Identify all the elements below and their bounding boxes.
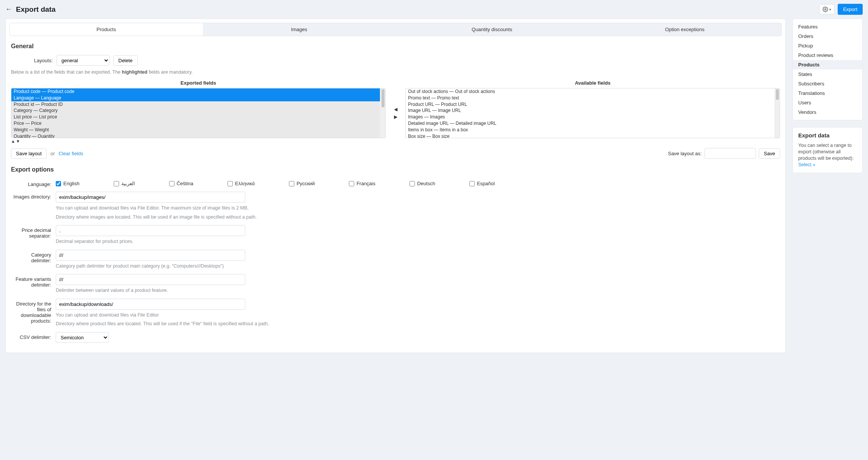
sidebar-item-subscribers[interactable]: Subscribers: [793, 79, 862, 88]
list-item[interactable]: Box size — Box size: [406, 133, 774, 138]
feat-delim-input[interactable]: [56, 274, 245, 285]
layouts-select[interactable]: general: [57, 55, 110, 66]
list-item[interactable]: Product code — Product code: [11, 88, 380, 95]
cat-delim-input[interactable]: [56, 250, 245, 261]
sidebar-item-products[interactable]: Products: [793, 60, 862, 69]
dl-dir-label: Directory for the files of downloadable …: [11, 299, 56, 324]
list-item[interactable]: Language — Language: [11, 95, 380, 101]
language-name: English: [63, 181, 80, 186]
list-item[interactable]: Category — Category: [11, 107, 380, 114]
layout-actions-row: Save layout or Clear fields Save layout …: [6, 144, 785, 165]
language-checkbox[interactable]: [228, 181, 233, 186]
export-button[interactable]: Export: [838, 4, 863, 15]
language-label: Language:: [11, 179, 56, 187]
sidebar-item-translations[interactable]: Translations: [793, 88, 862, 98]
scrollbar[interactable]: [380, 88, 385, 138]
available-fields-list[interactable]: Out of stock actions — Out of stock acti…: [405, 88, 780, 138]
images-dir-help2: Directory where images are located. This…: [56, 214, 780, 221]
sidebar-item-pickup[interactable]: Pickup: [793, 41, 862, 50]
images-dir-input[interactable]: [56, 192, 245, 203]
list-item[interactable]: Quantity — Quantity: [11, 133, 380, 138]
list-item[interactable]: Promo text — Promo text: [406, 95, 774, 101]
list-item[interactable]: Weight — Weight: [11, 127, 380, 133]
language-option[interactable]: Русский: [289, 181, 315, 186]
language-checkbox[interactable]: [56, 181, 61, 186]
layouts-row: Layouts: general Delete: [6, 54, 785, 69]
dl-dir-input[interactable]: [56, 299, 245, 310]
language-checkbox[interactable]: [169, 181, 174, 186]
language-option[interactable]: English: [56, 181, 80, 186]
price-sep-input[interactable]: [56, 225, 245, 236]
price-sep-row: Price decimal separator: Decimal separat…: [11, 223, 780, 247]
list-item[interactable]: Image URL — Image URL: [406, 107, 774, 114]
tab-option-exceptions[interactable]: Option exceptions: [589, 23, 782, 36]
list-item[interactable]: Product id — Product ID: [11, 101, 380, 108]
settings-dropdown[interactable]: ▾: [819, 4, 835, 14]
sidebar-item-product-reviews[interactable]: Product reviews: [793, 50, 862, 60]
tab-quantity-discounts[interactable]: Quantity discounts: [396, 23, 589, 36]
list-item[interactable]: Images — Images: [406, 114, 774, 120]
language-name: Ελληνικά: [235, 181, 255, 186]
language-row: Language: EnglishالعربيةČeštinaΕλληνικάР…: [11, 177, 780, 189]
layout-left: Save layout or Clear fields: [11, 148, 83, 159]
move-down-icon[interactable]: ▼: [16, 139, 20, 143]
move-right-icon[interactable]: ▶: [394, 114, 397, 120]
language-checkbox[interactable]: [349, 181, 354, 186]
save-layout-button[interactable]: Save layout: [11, 148, 47, 159]
export-options: Language: EnglishالعربيةČeštinaΕλληνικάР…: [6, 177, 785, 353]
sidebar-item-vendors[interactable]: Vendors: [793, 107, 862, 117]
side-nav: FeaturesOrdersPickupProduct reviewsProdu…: [793, 19, 863, 120]
cat-delim-help: Category path delimiter for product main…: [56, 263, 780, 270]
list-item[interactable]: Price — Price: [11, 120, 380, 127]
language-checkbox[interactable]: [410, 181, 415, 186]
language-checkbox[interactable]: [114, 181, 119, 186]
sidebar-item-users[interactable]: Users: [793, 98, 862, 107]
images-dir-help1: You can upload and download files via Fi…: [56, 205, 780, 212]
list-item[interactable]: Product URL — Product URL: [406, 101, 774, 108]
back-arrow-icon[interactable]: ←: [5, 5, 12, 13]
save-as-button[interactable]: Save: [759, 148, 780, 159]
language-option[interactable]: Deutsch: [410, 181, 435, 186]
side-box-title: Export data: [798, 132, 857, 139]
list-item[interactable]: Out of stock actions — Out of stock acti…: [406, 88, 774, 95]
list-item[interactable]: Detailed image URL — Detailed image URL: [406, 120, 774, 127]
scrollbar[interactable]: [775, 88, 780, 138]
move-up-icon[interactable]: ▲: [11, 139, 15, 143]
caret-down-icon: ▾: [829, 8, 831, 11]
language-option[interactable]: Français: [349, 181, 375, 186]
language-option[interactable]: Español: [469, 181, 495, 186]
move-buttons: ◀ ▶: [386, 88, 405, 138]
exported-fields-list[interactable]: Product code — Product codeLanguage — La…: [11, 88, 386, 138]
language-checkbox[interactable]: [469, 181, 475, 186]
csv-delim-select[interactable]: Semicolon: [56, 332, 109, 343]
language-option[interactable]: Ελληνικά: [228, 181, 255, 186]
language-name: Русский: [297, 181, 315, 186]
tab-products[interactable]: Products: [10, 23, 203, 36]
language-option[interactable]: العربية: [114, 181, 135, 186]
list-item[interactable]: Items in box — Items in a box: [406, 127, 774, 133]
clear-fields-link[interactable]: Clear fields: [59, 151, 83, 156]
save-layout-as-input[interactable]: [705, 148, 756, 159]
language-option[interactable]: Čeština: [169, 181, 193, 186]
layouts-label: Layouts:: [11, 58, 53, 63]
images-dir-label: Images directory:: [11, 192, 56, 200]
price-sep-label: Price decimal separator:: [11, 225, 56, 239]
general-heading: General: [6, 41, 785, 54]
tab-images[interactable]: Images: [203, 23, 396, 36]
fields-body: Product code — Product codeLanguage — La…: [6, 88, 785, 138]
language-name: Čeština: [177, 181, 193, 186]
list-item[interactable]: List price — List price: [11, 114, 380, 120]
language-checkbox[interactable]: [289, 181, 294, 186]
page-header: ← Export data ▾ Export: [0, 0, 868, 19]
sidebar-item-orders[interactable]: Orders: [793, 32, 862, 41]
dl-dir-row: Directory for the files of downloadable …: [11, 296, 780, 330]
delete-layout-button[interactable]: Delete: [113, 55, 138, 66]
select-range-link[interactable]: Select »: [798, 162, 815, 167]
fields-headers: Exported fields Available fields: [6, 78, 785, 88]
side-export-box: Export data You can select a range to ex…: [793, 127, 863, 173]
move-left-icon[interactable]: ◀: [394, 107, 397, 112]
sidebar-item-features[interactable]: Features: [793, 22, 862, 32]
main-wrap: ProductsImagesQuantity discountsOption e…: [0, 19, 868, 361]
sidebar-item-states[interactable]: States: [793, 69, 862, 79]
language-name: العربية: [121, 181, 135, 186]
